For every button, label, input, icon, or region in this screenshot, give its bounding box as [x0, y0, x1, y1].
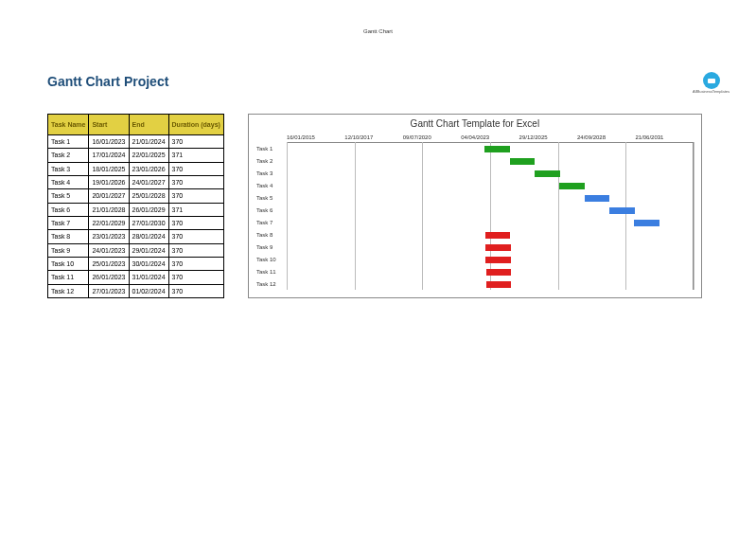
chart-plot: Task 1Task 2Task 3Task 4Task 5Task 6Task…: [256, 142, 694, 290]
gantt-bar: [585, 195, 610, 202]
table-cell: 16/01/2023: [89, 135, 129, 149]
table-row: Task 621/01/202826/01/2029371: [48, 203, 224, 216]
table-cell: Task 9: [48, 243, 89, 257]
table-cell: 17/01/2024: [89, 149, 129, 162]
table-row: Task 1227/01/202301/02/2024370: [48, 284, 224, 297]
table-cell: 371: [168, 203, 223, 216]
document-header: Gantt Chart: [363, 28, 393, 34]
table-cell: 25/01/2023: [89, 257, 129, 270]
yaxis-label: Task 8: [256, 232, 287, 238]
table-row: Task 116/01/202321/01/2024370: [48, 135, 224, 149]
page-title: Gantt Chart Project: [47, 74, 168, 89]
table-row: Task 318/01/202523/01/2026370: [48, 162, 224, 175]
gantt-bar: [485, 232, 511, 239]
chart-row: Task 8: [256, 228, 694, 241]
logo-text: AllBusinessTemplates: [693, 90, 730, 94]
logo-icon: [703, 72, 720, 89]
table-row: Task 722/01/202927/01/2030370: [48, 216, 224, 229]
chart-row: Task 5: [256, 191, 694, 204]
xaxis-tick: 29/12/2025: [519, 134, 577, 140]
table-cell: Task 6: [48, 203, 89, 216]
chart-row: Task 3: [256, 167, 694, 179]
gantt-bar: [485, 257, 511, 263]
table-header: Start: [89, 115, 129, 135]
table-cell: Task 3: [48, 162, 89, 175]
table-cell: 24/01/2027: [129, 175, 168, 188]
table-row: Task 419/01/202624/01/2027370: [48, 175, 224, 188]
table-row: Task 217/01/202422/01/2025371: [48, 149, 224, 162]
table-cell: Task 5: [48, 189, 89, 203]
table-cell: 20/01/2027: [89, 189, 129, 203]
gantt-chart: Gantt Chart Template for Excel 16/01/201…: [248, 114, 702, 298]
table-cell: 23/01/2023: [89, 230, 129, 243]
table-cell: 26/01/2029: [129, 203, 168, 216]
table-cell: 370: [168, 243, 223, 257]
xaxis-tick: 09/07/2020: [403, 134, 461, 140]
gantt-bar: [535, 170, 560, 177]
yaxis-label: Task 10: [256, 257, 287, 262]
table-row: Task 1025/01/202330/01/2024370: [48, 257, 224, 270]
table-header: Task Name: [48, 115, 89, 135]
gantt-bar: [634, 220, 659, 226]
gantt-bar: [609, 207, 635, 214]
chart-row: Task 6: [256, 204, 694, 216]
table-cell: 370: [168, 271, 223, 284]
table-cell: 370: [168, 189, 223, 203]
table-cell: 18/01/2025: [89, 162, 129, 175]
table-cell: Task 8: [48, 230, 89, 243]
yaxis-label: Task 11: [256, 269, 287, 275]
table-cell: 21/01/2024: [129, 135, 168, 149]
table-cell: 28/01/2024: [129, 230, 168, 243]
table-cell: Task 2: [48, 149, 89, 162]
table-cell: 24/01/2023: [89, 243, 129, 257]
xaxis-tick: 12/10/2017: [344, 134, 402, 140]
chart-row: Task 12: [256, 277, 694, 290]
table-header: End: [129, 115, 168, 135]
table-cell: 19/01/2026: [89, 175, 129, 188]
table-cell: Task 7: [48, 216, 89, 229]
chart-xaxis: 16/01/201512/10/201709/07/202004/04/2023…: [287, 134, 694, 140]
yaxis-label: Task 4: [256, 183, 287, 188]
table-cell: 29/01/2024: [129, 243, 168, 257]
table-cell: Task 11: [48, 271, 89, 284]
chart-row: Task 9: [256, 241, 694, 253]
table-cell: 21/01/2028: [89, 203, 129, 216]
chart-row: Task 10: [256, 253, 694, 265]
table-cell: 27/01/2023: [89, 284, 129, 297]
table-cell: Task 4: [48, 175, 89, 188]
gantt-bar: [486, 269, 512, 276]
table-row: Task 520/01/202725/01/2028370: [48, 189, 224, 203]
table-cell: 370: [168, 230, 223, 243]
chart-row: Task 2: [256, 154, 694, 167]
table-cell: 370: [168, 257, 223, 270]
table-row: Task 924/01/202329/01/2024370: [48, 243, 224, 257]
chart-row: Task 1: [256, 142, 694, 154]
table-cell: Task 1: [48, 135, 89, 149]
table-cell: 371: [168, 149, 223, 162]
table-cell: 30/01/2024: [129, 257, 168, 270]
chart-row: Task 7: [256, 216, 694, 228]
xaxis-tick: 16/01/2015: [287, 134, 344, 140]
table-cell: 370: [168, 135, 223, 149]
logo: AllBusinessTemplates: [693, 72, 730, 94]
gantt-bar: [484, 146, 510, 152]
yaxis-label: Task 5: [256, 195, 287, 201]
task-table: Task NameStartEndDuration (days) Task 11…: [47, 114, 224, 298]
table-cell: 370: [168, 284, 223, 297]
gantt-bar: [559, 183, 585, 189]
table-cell: 370: [168, 162, 223, 175]
table-cell: 370: [168, 216, 223, 229]
table-cell: Task 10: [48, 257, 89, 270]
table-row: Task 823/01/202328/01/2024370: [48, 230, 224, 243]
table-cell: 25/01/2028: [129, 189, 168, 203]
yaxis-label: Task 3: [256, 170, 287, 176]
chart-title: Gantt Chart Template for Excel: [256, 118, 694, 129]
yaxis-label: Task 9: [256, 244, 287, 250]
gantt-bar: [485, 244, 511, 251]
content-area: Task NameStartEndDuration (days) Task 11…: [47, 114, 702, 298]
yaxis-label: Task 1: [256, 146, 287, 152]
chart-row: Task 4: [256, 179, 694, 191]
table-header: Duration (days): [168, 115, 223, 135]
table-cell: 22/01/2029: [89, 216, 129, 229]
xaxis-tick: 21/06/2031: [635, 134, 693, 140]
